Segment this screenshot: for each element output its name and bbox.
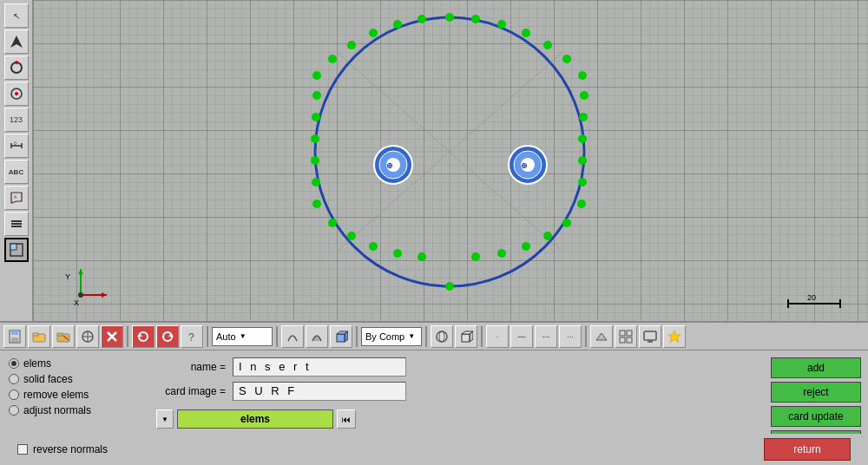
toolbar-cube2-btn[interactable] [455, 325, 477, 348]
svg-point-47 [369, 242, 378, 251]
svg-point-72 [78, 292, 83, 298]
toolbar-flat-btn[interactable] [590, 325, 613, 348]
svg-point-43 [312, 178, 320, 187]
toolbar-mesh-btn[interactable] [76, 325, 99, 348]
toolbar-help-btn[interactable]: ? [181, 325, 203, 348]
toolbar-monitor-btn[interactable] [639, 325, 661, 348]
auto-dropdown[interactable]: Auto ▼ [212, 327, 273, 346]
separator-4 [356, 326, 358, 347]
toolbar-arc-btn[interactable] [281, 325, 304, 348]
svg-text:20: 20 [807, 293, 816, 302]
separator-6 [481, 326, 483, 347]
toolbar-dot2-btn[interactable]: — [510, 325, 533, 348]
svg-point-48 [393, 249, 402, 258]
toolbar-btn-numbers[interactable]: 123 [4, 108, 29, 132]
add-button[interactable]: add [771, 357, 861, 378]
toolbar-btn-note-abc[interactable]: A [4, 186, 29, 210]
svg-point-45 [328, 219, 337, 227]
card-image-input[interactable]: S U R F [233, 382, 406, 401]
svg-point-30 [347, 41, 356, 49]
svg-marker-0 [10, 36, 23, 48]
reverse-normals-label: reverse normals [33, 443, 108, 455]
toolbar-btn-rotate[interactable] [4, 56, 29, 80]
toolbar-undo-btn[interactable] [132, 325, 155, 348]
toolbar-grid-btn[interactable] [615, 325, 637, 348]
reverse-normals-checkbox[interactable] [17, 444, 28, 455]
separator-1 [127, 326, 128, 347]
radio-elems[interactable] [9, 358, 19, 369]
toolbar-star-btn[interactable] [663, 325, 686, 348]
option-remove-elems-label: remove elems [23, 389, 89, 401]
viewport[interactable]: ⊕ ⊕ X Y 20 [33, 0, 868, 321]
svg-point-4 [15, 92, 18, 95]
svg-point-52 [497, 249, 506, 258]
radio-solid-faces[interactable] [9, 374, 19, 384]
svg-point-28 [393, 20, 402, 29]
toolbar-save-btn[interactable] [3, 325, 26, 348]
card-update-button[interactable]: card update [771, 406, 861, 427]
toolbar-btn-circle[interactable] [4, 82, 29, 106]
reject-button[interactable]: reject [771, 382, 861, 403]
svg-point-40 [312, 113, 320, 121]
toolbar-sphere-btn[interactable] [431, 325, 453, 348]
svg-rect-81 [11, 337, 18, 342]
toolbar-cube-btn[interactable] [330, 325, 352, 348]
svg-point-32 [312, 71, 321, 80]
by-comp-dropdown[interactable]: By Comp ▼ [361, 327, 422, 346]
toolbar-btn-text-abc[interactable]: ABC [4, 160, 29, 184]
toolbar-dot3-btn[interactable]: -·- [535, 325, 557, 348]
svg-point-31 [328, 55, 337, 63]
svg-point-53 [522, 242, 530, 251]
svg-point-38 [577, 200, 586, 208]
svg-point-51 [471, 252, 480, 261]
svg-rect-12 [11, 223, 22, 225]
toolbar-delete-btn[interactable] [101, 325, 123, 348]
toolbar-open-btn[interactable] [28, 325, 50, 348]
radio-remove-elems[interactable] [9, 390, 19, 400]
svg-marker-95 [168, 333, 174, 337]
separator-5 [425, 326, 427, 347]
reverse-normals-row: reverse normals [17, 443, 108, 455]
svg-text:X: X [74, 298, 79, 307]
svg-point-29 [369, 29, 378, 37]
toolbar-dot1-btn[interactable]: · [486, 325, 509, 348]
svg-point-2 [15, 61, 18, 64]
card-image-label: card image = [156, 385, 226, 397]
comp-value-box[interactable]: elems [177, 409, 333, 429]
svg-point-21 [471, 15, 480, 23]
option-elems[interactable]: elems [9, 357, 130, 370]
name-label: name = [156, 361, 226, 373]
svg-rect-108 [620, 337, 625, 343]
return-button[interactable]: return [764, 438, 851, 461]
toolbar-redo-btn[interactable] [156, 325, 179, 348]
svg-point-22 [497, 20, 506, 29]
svg-point-27 [418, 15, 426, 23]
radio-adjust-normals[interactable] [9, 405, 19, 416]
comp-dropdown-btn[interactable]: ▼ [156, 409, 174, 429]
svg-rect-11 [11, 220, 22, 222]
svg-point-24 [543, 41, 552, 49]
svg-rect-18 [33, 0, 868, 321]
toolbar-btn-arrow[interactable] [4, 29, 29, 54]
comp-row: ▼ elems ⏮ [156, 409, 746, 429]
toolbar-dot4-btn[interactable]: ··· [559, 325, 582, 348]
option-remove-elems[interactable]: remove elems [9, 389, 130, 401]
svg-rect-107 [627, 331, 632, 336]
option-solid-faces[interactable]: solid faces [9, 373, 130, 385]
toolbar-folder-btn[interactable] [52, 325, 75, 348]
toolbar-btn-cursor[interactable]: ↖ [4, 3, 29, 28]
svg-point-37 [578, 178, 587, 187]
comp-end-btn[interactable]: ⏮ [337, 409, 356, 429]
bottom-toolbar: ? Auto ▼ By Comp ▼ · [0, 321, 868, 350]
svg-point-23 [522, 29, 530, 37]
toolbar-btn-dimension[interactable]: 0 [4, 134, 29, 158]
svg-point-34 [579, 113, 588, 121]
svg-rect-13 [11, 226, 22, 227]
toolbar-btn-view[interactable] [4, 238, 29, 262]
toolbar-solid-btn[interactable] [306, 325, 328, 348]
svg-text:?: ? [188, 331, 194, 344]
name-input[interactable]: I n s e r t [233, 357, 406, 377]
svg-text:0: 0 [14, 141, 16, 146]
option-adjust-normals[interactable]: adjust normals [9, 404, 130, 416]
toolbar-btn-layers[interactable] [4, 212, 29, 236]
